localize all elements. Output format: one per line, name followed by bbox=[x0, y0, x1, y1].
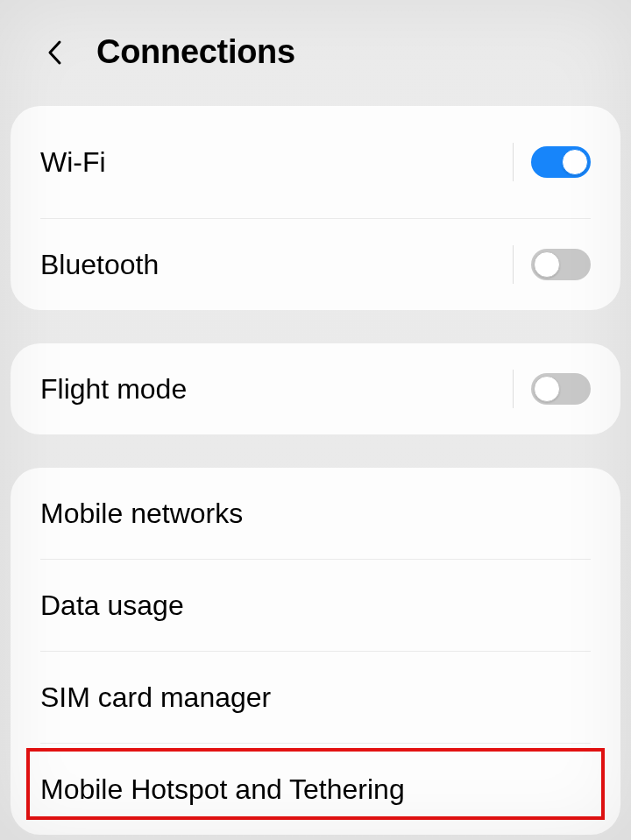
divider-vertical bbox=[513, 370, 514, 408]
group-flight: Flight mode bbox=[11, 343, 620, 434]
row-wifi[interactable]: Wi-Fi bbox=[11, 106, 620, 218]
divider-vertical bbox=[513, 143, 514, 181]
row-sim-card-manager[interactable]: SIM card manager bbox=[11, 652, 620, 743]
data-usage-label: Data usage bbox=[40, 589, 184, 622]
toggle-knob bbox=[562, 149, 588, 175]
flight-mode-toggle[interactable] bbox=[531, 373, 591, 405]
bluetooth-toggle[interactable] bbox=[531, 249, 591, 280]
toggle-knob bbox=[534, 376, 560, 402]
wifi-label: Wi-Fi bbox=[40, 146, 106, 179]
back-button[interactable] bbox=[42, 40, 67, 65]
group-wireless: Wi-Fi Bluetooth bbox=[11, 106, 620, 310]
group-mobile: Mobile networks Data usage SIM card mana… bbox=[11, 468, 620, 835]
row-mobile-hotspot[interactable]: Mobile Hotspot and Tethering bbox=[11, 744, 620, 835]
wifi-controls bbox=[513, 143, 591, 181]
row-flight-mode[interactable]: Flight mode bbox=[11, 343, 620, 434]
row-data-usage[interactable]: Data usage bbox=[11, 560, 620, 651]
wifi-toggle[interactable] bbox=[531, 146, 591, 178]
toggle-knob bbox=[534, 251, 560, 278]
row-mobile-networks[interactable]: Mobile networks bbox=[11, 468, 620, 559]
flight-mode-controls bbox=[513, 370, 591, 408]
page-title: Connections bbox=[96, 33, 295, 71]
bluetooth-controls bbox=[513, 245, 591, 284]
mobile-hotspot-label: Mobile Hotspot and Tethering bbox=[40, 773, 405, 806]
mobile-networks-label: Mobile networks bbox=[40, 498, 243, 530]
header: Connections bbox=[0, 0, 631, 97]
chevron-left-icon bbox=[46, 39, 62, 66]
row-bluetooth[interactable]: Bluetooth bbox=[11, 219, 620, 310]
sim-card-manager-label: SIM card manager bbox=[40, 681, 271, 714]
flight-mode-label: Flight mode bbox=[40, 373, 187, 406]
divider-vertical bbox=[513, 245, 514, 284]
bluetooth-label: Bluetooth bbox=[40, 249, 159, 281]
